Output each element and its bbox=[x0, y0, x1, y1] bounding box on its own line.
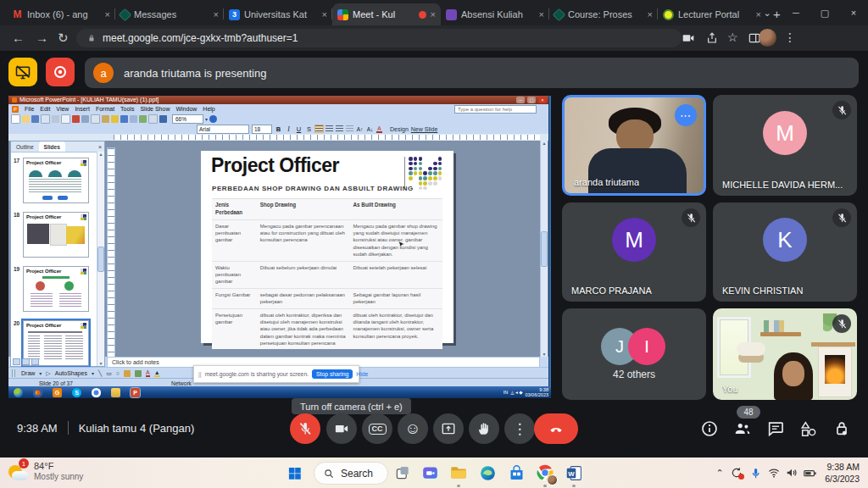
taskbar-search[interactable]: Search bbox=[314, 462, 388, 485]
tab-gmail[interactable]: M Inbox (6) - ang × bbox=[7, 3, 115, 25]
reactions-button[interactable]: ☺ bbox=[398, 413, 428, 444]
wifi-icon[interactable] bbox=[766, 465, 782, 480]
chrome-icon[interactable] bbox=[534, 462, 556, 484]
drag-handle-icon[interactable]: || bbox=[198, 371, 202, 377]
tab-search-icon[interactable]: ⌄ bbox=[753, 8, 782, 19]
close-window-button[interactable]: × bbox=[839, 8, 868, 18]
battery-icon[interactable] bbox=[802, 465, 817, 480]
camera-button[interactable] bbox=[326, 413, 357, 444]
forward-icon[interactable]: → bbox=[36, 31, 48, 45]
participant-tile-michelle[interactable]: M MICHELLE DAVIDA HERM... bbox=[713, 95, 857, 196]
host-controls-icon[interactable] bbox=[832, 419, 853, 440]
recording-indicator-icon bbox=[46, 58, 75, 86]
presentation-video[interactable]: Microsoft PowerPoint - [KULIAH TAMU(save… bbox=[8, 96, 551, 398]
thumb-title: Project Officer bbox=[26, 323, 61, 328]
ppt-title-bar: Microsoft PowerPoint - [KULIAH TAMU(save… bbox=[8, 96, 548, 104]
hide-link[interactable]: Hide bbox=[356, 371, 368, 377]
tab-title: Inbox (6) - ang bbox=[27, 9, 101, 19]
tile-options-icon[interactable]: ⋯ bbox=[675, 104, 697, 126]
minimize-button[interactable]: ─ bbox=[782, 8, 810, 18]
table-icon bbox=[148, 114, 158, 124]
table-cell: Sebagai gambar laporan hasil pekerjaan bbox=[350, 288, 442, 308]
participant-tile-marco[interactable]: M MARCO PRAJANA bbox=[562, 202, 706, 302]
tab-close-icon[interactable]: × bbox=[431, 9, 436, 19]
stacked-avatars: J I bbox=[601, 328, 667, 365]
participant-tile-kevin[interactable]: K KEVIN CHRISTIAN bbox=[713, 202, 857, 302]
menu-format: Format bbox=[96, 106, 114, 112]
participant-tile-others[interactable]: J I 42 others bbox=[562, 308, 706, 400]
tab-close-icon[interactable]: × bbox=[648, 9, 653, 19]
present-button[interactable] bbox=[433, 413, 464, 444]
tab-close-icon[interactable]: × bbox=[105, 9, 110, 19]
table-cell: Dibuat sebelum pekerjaan dimulai bbox=[257, 261, 350, 288]
thumb-title: Project Officer bbox=[26, 269, 61, 274]
weather-widget[interactable]: 1 84°F Mostly sunny bbox=[7, 460, 83, 482]
chat-icon[interactable] bbox=[766, 419, 787, 440]
media-capture-icon[interactable] bbox=[682, 31, 695, 45]
recording-dot-icon bbox=[419, 11, 426, 19]
profile-avatar[interactable] bbox=[759, 29, 776, 47]
tray-chevron-icon[interactable]: ⌃ bbox=[712, 465, 727, 480]
ppt-app-icon bbox=[12, 97, 17, 103]
tab-messages[interactable]: Messages × bbox=[115, 3, 224, 25]
address-bar[interactable]: meet.google.com/jce-gxkx-tmb?authuser=1 bbox=[76, 29, 682, 47]
table-cell: Mengacu pada gambar perencanaan atau for… bbox=[257, 219, 350, 261]
edge-icon[interactable] bbox=[476, 462, 498, 484]
leave-call-button[interactable] bbox=[534, 413, 578, 444]
people-icon[interactable] bbox=[733, 419, 754, 440]
tab-close-icon[interactable]: × bbox=[214, 9, 219, 19]
thumb-decor bbox=[81, 269, 86, 274]
table-cell: dibuat oleh kontraktor, diperiksa dan di… bbox=[257, 308, 350, 349]
captions-button[interactable]: CC bbox=[362, 413, 392, 444]
clock-date: 6/3/2023 bbox=[825, 474, 860, 485]
tab-course[interactable]: Course: Proses × bbox=[549, 3, 658, 25]
back-icon[interactable]: ← bbox=[12, 31, 25, 45]
avatar: M bbox=[612, 218, 656, 262]
new-doc-icon bbox=[11, 114, 20, 124]
tab-lecturer-portal[interactable]: Lecturer Portal × bbox=[658, 3, 766, 25]
cc-icon: CC bbox=[369, 424, 387, 435]
tab-universitas[interactable]: 3 Universitas Kat × bbox=[224, 3, 332, 25]
maximize-button[interactable]: ▢ bbox=[810, 8, 839, 19]
sharing-message: meet.google.com is sharing your screen. bbox=[205, 371, 309, 377]
participant-name: KEVIN CHRISTIAN bbox=[722, 286, 803, 296]
start-button[interactable] bbox=[283, 462, 305, 484]
ppt-window-title: Microsoft PowerPoint - [KULIAH TAMU(save… bbox=[19, 96, 514, 104]
slide-canvas: Project Officer PERBEDAAN SHOP DRAWING D… bbox=[201, 151, 453, 343]
mouse-cursor-icon bbox=[398, 241, 406, 249]
browser-menu-icon[interactable]: ⋮ bbox=[784, 30, 796, 44]
meeting-details-icon[interactable] bbox=[700, 419, 721, 440]
tab-close-icon[interactable]: × bbox=[539, 9, 544, 19]
file-explorer-icon[interactable] bbox=[448, 462, 470, 484]
chat-app-icon[interactable] bbox=[419, 462, 441, 484]
taskbar-clock[interactable]: 9:38 AM 6/3/2023 bbox=[825, 462, 860, 485]
tab-meet-active[interactable]: Meet - Kul × bbox=[332, 3, 441, 25]
word-icon[interactable]: W bbox=[563, 462, 585, 484]
store-icon[interactable] bbox=[505, 462, 527, 484]
activities-icon[interactable] bbox=[799, 419, 820, 440]
pane-tab-bar: Outline Slides × bbox=[11, 141, 104, 152]
mic-tray-icon[interactable] bbox=[748, 465, 763, 480]
presentation-paused-icon bbox=[8, 58, 37, 86]
more-options-button[interactable]: ⋮ bbox=[504, 413, 535, 444]
ppt-icon: P bbox=[12, 106, 19, 113]
task-view-icon[interactable] bbox=[392, 462, 414, 484]
participant-tile-aranda[interactable]: ⋯ aranda triutama bbox=[562, 95, 706, 196]
raise-hand-button[interactable] bbox=[469, 413, 499, 444]
stop-sharing-button[interactable]: Stop sharing bbox=[312, 369, 353, 379]
self-video-tile[interactable]: You bbox=[713, 308, 857, 400]
tab-close-icon[interactable]: × bbox=[322, 9, 327, 19]
tab-absensi[interactable]: Absensi Kuliah × bbox=[441, 3, 549, 25]
sync-tray-icon[interactable] bbox=[729, 465, 744, 480]
ppt-menu-bar: P File Edit View Insert Format Tools Sli… bbox=[8, 104, 548, 114]
tab-title: Course: Proses bbox=[568, 9, 643, 19]
reload-icon[interactable]: ↻ bbox=[58, 31, 69, 45]
font-color-icon: A bbox=[376, 125, 382, 133]
presenter-avatar: a bbox=[93, 63, 114, 83]
share-icon[interactable] bbox=[705, 31, 719, 45]
powerpoint-window: Microsoft PowerPoint - [KULIAH TAMU(save… bbox=[8, 96, 549, 386]
mic-button[interactable] bbox=[290, 413, 320, 444]
bookmark-star-icon[interactable]: ☆ bbox=[727, 30, 738, 44]
volume-icon[interactable] bbox=[784, 465, 799, 480]
format-painter-icon bbox=[111, 115, 119, 123]
